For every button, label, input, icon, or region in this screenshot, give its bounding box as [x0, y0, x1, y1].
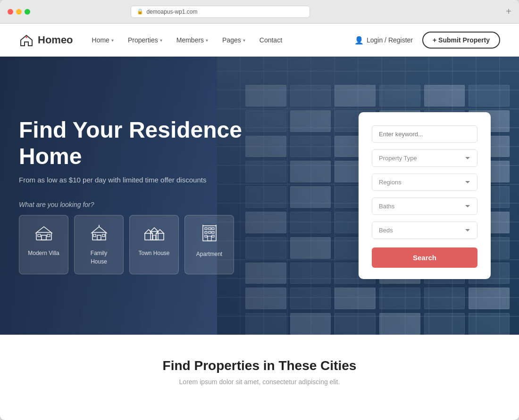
svg-rect-18	[212, 228, 214, 230]
town-house-label: Town House	[138, 250, 169, 256]
nav-link-home[interactable]: Home ▾	[92, 36, 114, 44]
keyword-input[interactable]	[372, 125, 477, 143]
svg-rect-22	[205, 235, 207, 237]
svg-rect-9	[145, 233, 152, 240]
baths-select[interactable]: Baths 1 2 3 4+	[372, 198, 477, 215]
svg-rect-19	[205, 231, 207, 233]
hero-subtitle: From as low as $10 per day with limited …	[19, 176, 274, 184]
user-icon: 👤	[354, 36, 364, 45]
browser-dots	[8, 9, 30, 15]
svg-rect-16	[205, 228, 207, 230]
property-type-select[interactable]: Property Type Modern Villa Family House …	[372, 149, 477, 167]
looking-for-label: What are you looking for?	[19, 201, 274, 208]
family-house-label: Family House	[91, 250, 107, 265]
nav-link-members[interactable]: Members ▾	[176, 36, 208, 44]
modern-villa-icon	[27, 224, 60, 245]
svg-rect-12	[153, 235, 156, 240]
svg-rect-24	[208, 236, 211, 241]
property-types: Modern Villa Family House	[19, 215, 274, 274]
nav-links: Home ▾ Properties ▾ Members ▾ Pages	[92, 36, 354, 44]
chevron-down-icon: ▾	[160, 38, 162, 43]
new-tab-button[interactable]: +	[506, 6, 511, 17]
nav-link-contact[interactable]: Contact	[260, 36, 282, 44]
chevron-down-icon: ▾	[111, 38, 114, 43]
svg-rect-2	[42, 235, 46, 240]
logo[interactable]: Homeo	[19, 33, 73, 48]
minimize-dot[interactable]	[16, 9, 22, 15]
submit-property-label: + Submit Property	[433, 36, 490, 44]
chevron-down-icon: ▾	[243, 38, 245, 43]
nav-item-contact[interactable]: Contact	[260, 36, 282, 44]
property-type-modern-villa[interactable]: Modern Villa	[19, 215, 68, 274]
nav-link-pages[interactable]: Pages ▾	[222, 36, 245, 44]
apartment-label: Apartment	[196, 251, 222, 257]
property-type-family-house[interactable]: Family House	[74, 215, 124, 274]
nav-label-properties: Properties	[128, 36, 158, 44]
login-register-link[interactable]: 👤 Login / Register	[354, 36, 413, 45]
cities-section: Find Properties in These Cities Lorem ip…	[0, 335, 519, 404]
svg-rect-1	[36, 232, 51, 240]
close-dot[interactable]	[8, 9, 13, 15]
hero-title: Find Your Residence Home	[19, 117, 274, 169]
browser-chrome: 🔒 demoapus-wp1.com +	[0, 0, 519, 24]
chevron-down-icon: ▾	[206, 38, 208, 43]
nav-item-pages[interactable]: Pages ▾	[222, 36, 245, 44]
family-house-icon	[82, 224, 116, 245]
search-button[interactable]: Search	[372, 247, 477, 268]
svg-rect-3	[38, 234, 41, 237]
cities-title: Find Properties in These Cities	[19, 358, 500, 373]
nav-link-properties[interactable]: Properties ▾	[128, 36, 162, 44]
svg-rect-20	[209, 231, 211, 233]
logo-icon	[19, 33, 34, 48]
regions-select[interactable]: Regions North South East West	[372, 173, 477, 191]
svg-rect-5	[92, 232, 106, 240]
nav-item-properties[interactable]: Properties ▾	[128, 36, 162, 44]
nav-item-home[interactable]: Home ▾	[92, 36, 114, 44]
nav-label-pages: Pages	[222, 36, 241, 44]
submit-property-button[interactable]: + Submit Property	[422, 32, 500, 49]
property-type-apartment[interactable]: Apartment	[184, 215, 234, 274]
lock-icon: 🔒	[137, 8, 143, 15]
search-panel: Property Type Modern Villa Family House …	[359, 112, 491, 279]
svg-rect-8	[102, 234, 105, 237]
svg-rect-6	[97, 235, 101, 240]
address-bar[interactable]: 🔒 demoapus-wp1.com	[131, 6, 310, 18]
beds-select[interactable]: Beds 1 2 3 4+	[372, 222, 477, 239]
nav-label-members: Members	[176, 36, 204, 44]
property-type-town-house[interactable]: Town House	[129, 215, 179, 274]
svg-rect-4	[47, 234, 50, 237]
svg-rect-23	[212, 235, 214, 237]
svg-rect-21	[212, 231, 214, 233]
maximize-dot[interactable]	[25, 9, 30, 15]
svg-rect-7	[93, 234, 96, 237]
nav-label-home: Home	[92, 36, 109, 44]
modern-villa-label: Modern Villa	[28, 250, 59, 256]
navbar: Homeo Home ▾ Properties ▾ Members ▾	[0, 24, 519, 57]
url-text: demoapus-wp1.com	[146, 8, 197, 15]
hero-section: Find Your Residence Home From as low as …	[0, 57, 519, 335]
nav-item-members[interactable]: Members ▾	[176, 36, 208, 44]
browser-window: 🔒 demoapus-wp1.com + Homeo Home ▾ Proper…	[0, 0, 519, 420]
svg-point-0	[25, 36, 27, 38]
cities-subtitle: Lorem ipsum dolor sit amet, consectetur …	[19, 378, 500, 386]
apartment-icon	[193, 224, 226, 246]
svg-rect-17	[209, 228, 211, 230]
search-label: Search	[413, 254, 436, 262]
town-house-icon	[137, 224, 171, 245]
svg-rect-11	[156, 233, 164, 240]
login-label: Login / Register	[367, 36, 413, 44]
hero-content: Find Your Residence Home From as low as …	[0, 117, 293, 274]
nav-right: 👤 Login / Register + Submit Property	[354, 32, 500, 49]
nav-label-contact: Contact	[260, 36, 282, 44]
logo-text: Homeo	[38, 34, 73, 46]
